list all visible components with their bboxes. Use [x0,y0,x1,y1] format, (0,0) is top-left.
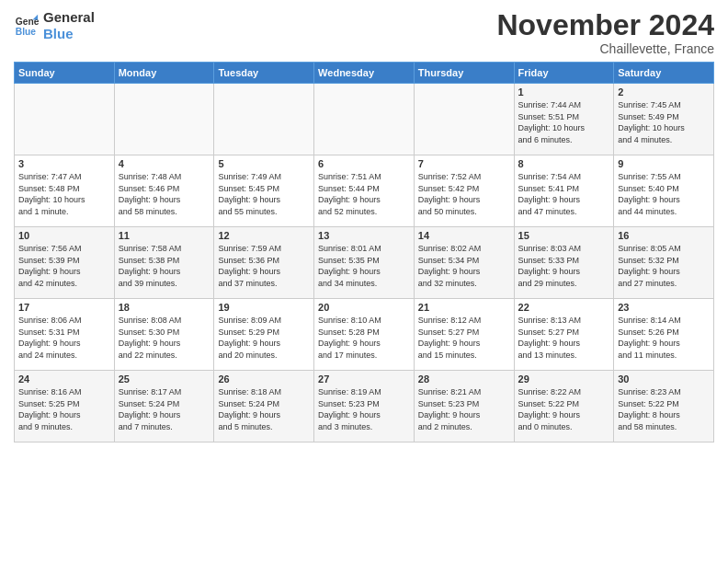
day-number: 4 [119,158,210,169]
day-number: 6 [318,158,410,169]
day-number: 15 [518,230,610,241]
calendar-cell: 18Sunrise: 8:08 AMSunset: 5:30 PMDayligh… [114,299,214,371]
day-number: 12 [218,230,310,241]
day-number: 8 [518,158,610,169]
month-title: November 2024 [496,9,714,41]
calendar-cell [314,84,415,155]
day-number: 3 [18,158,110,169]
day-number: 18 [119,302,210,313]
day-info: Sunrise: 7:58 AMSunset: 5:38 PMDaylight:… [119,243,210,289]
calendar-cell: 13Sunrise: 8:01 AMSunset: 5:35 PMDayligh… [314,227,415,299]
header-tuesday: Tuesday [214,63,314,84]
logo-icon: General Blue [14,13,40,39]
calendar-cell: 30Sunrise: 8:23 AMSunset: 5:22 PMDayligh… [614,371,714,442]
day-info: Sunrise: 8:03 AMSunset: 5:33 PMDaylight:… [518,243,610,289]
day-number: 20 [318,302,410,313]
calendar-cell [214,84,314,155]
calendar-header-row: Sunday Monday Tuesday Wednesday Thursday… [15,63,714,84]
calendar-cell: 9Sunrise: 7:55 AMSunset: 5:40 PMDaylight… [614,155,714,227]
day-info: Sunrise: 8:13 AMSunset: 5:27 PMDaylight:… [518,315,610,361]
day-number: 26 [218,373,310,385]
day-info: Sunrise: 7:44 AMSunset: 5:51 PMDaylight:… [518,99,610,145]
calendar-cell: 19Sunrise: 8:09 AMSunset: 5:29 PMDayligh… [214,299,314,371]
calendar-cell [114,84,214,155]
calendar-cell: 14Sunrise: 8:02 AMSunset: 5:34 PMDayligh… [414,227,514,299]
calendar-week-row-3: 10Sunrise: 7:56 AMSunset: 5:39 PMDayligh… [15,227,714,299]
day-info: Sunrise: 7:52 AMSunset: 5:42 PMDaylight:… [418,171,510,217]
logo: General Blue General Blue [14,9,95,42]
calendar-cell: 29Sunrise: 8:22 AMSunset: 5:22 PMDayligh… [514,371,614,442]
header-friday: Friday [514,63,614,84]
day-number: 14 [418,230,510,241]
day-info: Sunrise: 7:45 AMSunset: 5:49 PMDaylight:… [618,99,710,145]
calendar-cell: 26Sunrise: 8:18 AMSunset: 5:24 PMDayligh… [214,371,314,442]
calendar-week-row-1: 1Sunrise: 7:44 AMSunset: 5:51 PMDaylight… [15,84,714,155]
day-number: 27 [318,373,410,385]
day-info: Sunrise: 7:56 AMSunset: 5:39 PMDaylight:… [18,243,110,289]
calendar-cell: 7Sunrise: 7:52 AMSunset: 5:42 PMDaylight… [414,155,514,227]
calendar-week-row-5: 24Sunrise: 8:16 AMSunset: 5:25 PMDayligh… [15,371,714,442]
calendar-table: Sunday Monday Tuesday Wednesday Thursday… [14,62,714,442]
calendar-cell: 24Sunrise: 8:16 AMSunset: 5:25 PMDayligh… [15,371,115,442]
day-number: 30 [618,373,710,385]
calendar-cell: 1Sunrise: 7:44 AMSunset: 5:51 PMDaylight… [514,84,614,155]
day-number: 25 [119,373,210,385]
day-info: Sunrise: 8:21 AMSunset: 5:23 PMDaylight:… [418,386,510,432]
day-info: Sunrise: 7:48 AMSunset: 5:46 PMDaylight:… [119,171,210,217]
logo-line1: General [43,9,95,26]
day-number: 21 [418,302,510,313]
day-info: Sunrise: 8:01 AMSunset: 5:35 PMDaylight:… [318,243,410,289]
header-monday: Monday [114,63,214,84]
calendar-cell: 27Sunrise: 8:19 AMSunset: 5:23 PMDayligh… [314,371,415,442]
day-number: 7 [418,158,510,169]
calendar-cell: 11Sunrise: 7:58 AMSunset: 5:38 PMDayligh… [114,227,214,299]
day-number: 17 [18,302,110,313]
day-number: 13 [318,230,410,241]
day-number: 1 [518,86,610,98]
calendar-cell: 25Sunrise: 8:17 AMSunset: 5:24 PMDayligh… [114,371,214,442]
calendar-cell: 8Sunrise: 7:54 AMSunset: 5:41 PMDaylight… [514,155,614,227]
header-sunday: Sunday [15,63,115,84]
day-info: Sunrise: 8:16 AMSunset: 5:25 PMDaylight:… [18,386,110,432]
calendar-cell: 23Sunrise: 8:14 AMSunset: 5:26 PMDayligh… [614,299,714,371]
location: Chaillevette, France [496,41,714,56]
day-number: 16 [618,230,710,241]
day-number: 9 [618,158,710,169]
calendar-cell [414,84,514,155]
day-number: 2 [618,86,710,98]
day-info: Sunrise: 8:18 AMSunset: 5:24 PMDaylight:… [218,386,310,432]
calendar-cell: 4Sunrise: 7:48 AMSunset: 5:46 PMDaylight… [114,155,214,227]
day-number: 24 [18,373,110,385]
day-number: 10 [18,230,110,241]
calendar-cell: 6Sunrise: 7:51 AMSunset: 5:44 PMDaylight… [314,155,415,227]
calendar-cell: 28Sunrise: 8:21 AMSunset: 5:23 PMDayligh… [414,371,514,442]
day-info: Sunrise: 7:59 AMSunset: 5:36 PMDaylight:… [218,243,310,289]
calendar-cell: 21Sunrise: 8:12 AMSunset: 5:27 PMDayligh… [414,299,514,371]
day-info: Sunrise: 8:19 AMSunset: 5:23 PMDaylight:… [318,386,410,432]
calendar-cell: 12Sunrise: 7:59 AMSunset: 5:36 PMDayligh… [214,227,314,299]
day-number: 23 [618,302,710,313]
day-info: Sunrise: 8:05 AMSunset: 5:32 PMDaylight:… [618,243,710,289]
calendar-cell: 10Sunrise: 7:56 AMSunset: 5:39 PMDayligh… [15,227,115,299]
calendar-cell: 15Sunrise: 8:03 AMSunset: 5:33 PMDayligh… [514,227,614,299]
day-info: Sunrise: 8:22 AMSunset: 5:22 PMDaylight:… [518,386,610,432]
day-info: Sunrise: 7:54 AMSunset: 5:41 PMDaylight:… [518,171,610,217]
day-number: 11 [119,230,210,241]
calendar-week-row-4: 17Sunrise: 8:06 AMSunset: 5:31 PMDayligh… [15,299,714,371]
calendar-cell [15,84,115,155]
day-info: Sunrise: 8:09 AMSunset: 5:29 PMDaylight:… [218,315,310,361]
calendar-cell: 3Sunrise: 7:47 AMSunset: 5:48 PMDaylight… [15,155,115,227]
day-number: 19 [218,302,310,313]
day-info: Sunrise: 8:23 AMSunset: 5:22 PMDaylight:… [618,386,710,432]
day-number: 22 [518,302,610,313]
day-info: Sunrise: 8:14 AMSunset: 5:26 PMDaylight:… [618,315,710,361]
day-info: Sunrise: 7:49 AMSunset: 5:45 PMDaylight:… [218,171,310,217]
day-number: 5 [218,158,310,169]
day-info: Sunrise: 8:10 AMSunset: 5:28 PMDaylight:… [318,315,410,361]
title-block: November 2024 Chaillevette, France [496,9,714,56]
day-info: Sunrise: 7:47 AMSunset: 5:48 PMDaylight:… [18,171,110,217]
day-info: Sunrise: 7:51 AMSunset: 5:44 PMDaylight:… [318,171,410,217]
day-info: Sunrise: 7:55 AMSunset: 5:40 PMDaylight:… [618,171,710,217]
day-info: Sunrise: 8:02 AMSunset: 5:34 PMDaylight:… [418,243,510,289]
calendar-cell: 22Sunrise: 8:13 AMSunset: 5:27 PMDayligh… [514,299,614,371]
